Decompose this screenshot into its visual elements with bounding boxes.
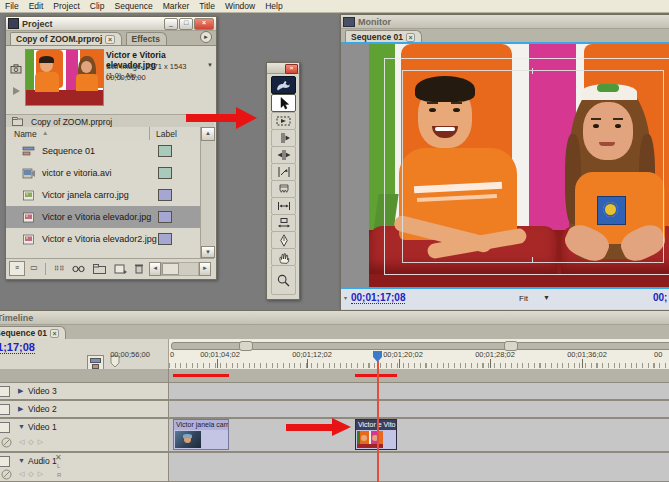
info-dropdown-icon[interactable]: ▼ <box>207 62 213 68</box>
menu-sequence[interactable]: Sequence <box>109 1 157 11</box>
project-title-bar[interactable]: Project _ □ × <box>6 17 216 31</box>
playhead-line[interactable] <box>377 361 379 482</box>
timeline-title-bar[interactable]: Timeline <box>0 311 669 325</box>
automate-to-sequence-button[interactable]: ⠿⠿ <box>54 265 64 273</box>
timeline-timecode[interactable]: 00;01;17;08 <box>0 341 35 354</box>
track-mute-toggle[interactable] <box>0 456 10 467</box>
track-content-audio1[interactable] <box>169 452 669 482</box>
menu-marker[interactable]: Marker <box>158 1 194 11</box>
project-hscrollbar[interactable] <box>161 262 199 276</box>
list-item[interactable]: Victor e Vitoria elevador2.jpg <box>6 228 200 250</box>
menu-help[interactable]: Help <box>260 1 287 11</box>
tab-effects[interactable]: Effects <box>126 32 167 45</box>
column-divider[interactable] <box>149 127 150 140</box>
tab-close-icon[interactable]: × <box>50 329 59 338</box>
timecode-dropdown-icon[interactable]: ▾ <box>344 294 347 301</box>
track-header-video3[interactable]: ▶ Video 3 <box>0 382 168 400</box>
expand-collapse-icon[interactable]: ▶ <box>18 405 23 413</box>
label-swatch[interactable] <box>158 211 172 223</box>
slide-tool[interactable] <box>271 214 296 232</box>
razor-tool[interactable] <box>271 180 296 198</box>
new-item-button[interactable] <box>114 264 127 274</box>
list-item[interactable]: Sequence 01 <box>6 140 200 162</box>
menu-edit[interactable]: Edit <box>24 1 49 11</box>
minimize-button[interactable]: _ <box>164 18 178 30</box>
label-swatch[interactable] <box>158 189 172 201</box>
tab-effects-label: Effects <box>132 34 160 44</box>
menu-window[interactable]: Window <box>220 1 260 11</box>
monitor-title-bar[interactable]: Monitor <box>341 15 669 29</box>
scroll-down-icon[interactable]: ▼ <box>201 246 215 258</box>
audio-collapse-icon[interactable]: ✕ <box>55 453 62 462</box>
label-swatch[interactable] <box>158 233 172 245</box>
monitor-zoom-level[interactable]: Fit <box>519 294 528 303</box>
expand-collapse-icon[interactable]: ▼ <box>18 457 25 464</box>
timeline-clip[interactable]: Victor janela carr <box>173 419 229 450</box>
project-vscrollbar[interactable]: ▲ ▼ <box>200 127 215 258</box>
tools-title-bar[interactable]: × <box>267 63 299 74</box>
display-style-icon[interactable] <box>1 469 12 480</box>
menu-project[interactable]: Project <box>48 1 84 11</box>
list-item[interactable]: victor e vitoria.avi <box>6 162 200 184</box>
selection-tool[interactable] <box>271 94 296 112</box>
display-style-icon[interactable] <box>1 437 12 448</box>
track-select-tool[interactable] <box>271 112 296 130</box>
expand-collapse-icon[interactable]: ▼ <box>18 423 25 430</box>
menu-clip[interactable]: Clip <box>85 1 110 11</box>
tools-close-icon[interactable]: × <box>285 64 298 74</box>
track-content-video2[interactable] <box>169 400 669 418</box>
track-header-video1[interactable]: ▼ Video 1 ◁ ◇ ▷ <box>0 418 168 452</box>
tab-close-icon[interactable]: × <box>406 33 415 42</box>
menu-title[interactable]: Title <box>194 1 220 11</box>
zoom-tool[interactable] <box>271 265 296 295</box>
menu-file[interactable]: File <box>0 1 24 11</box>
tab-close-icon[interactable]: × <box>105 35 114 44</box>
track-header-audio1[interactable]: ▼ Audio 1 ✕ L R ◁ ◇ ▷ <box>0 452 168 482</box>
sort-ascending-icon[interactable]: ▲ <box>42 129 48 136</box>
slip-tool[interactable] <box>271 197 296 215</box>
hscroll-left-icon[interactable]: ◄ <box>149 262 161 276</box>
track-content-video3[interactable] <box>169 382 669 400</box>
expand-collapse-icon[interactable]: ▶ <box>18 387 23 395</box>
rolling-edit-tool[interactable] <box>271 146 296 164</box>
keyframe-nav-icons[interactable]: ◁ ◇ ▷ <box>19 438 44 446</box>
list-view-button[interactable]: ≡ <box>9 261 25 276</box>
timeline-ruler[interactable]: 00;00;56;00 00;01;04;02 00;01;12;02 00;0… <box>168 339 669 369</box>
icon-view-button[interactable]: ▭ <box>27 262 41 275</box>
timeline-panel: Timeline Sequence 01 × 00;01;17;08 <box>0 310 669 482</box>
scroll-up-icon[interactable]: ▲ <box>201 127 215 141</box>
timeline-clip-selected[interactable]: Victor e Vito <box>355 419 397 450</box>
list-item[interactable]: Victor janela carro.jpg <box>6 184 200 206</box>
track-output-toggle[interactable] <box>0 386 10 397</box>
ripple-edit-tool[interactable] <box>271 129 296 147</box>
list-item-selected[interactable]: Victor e Vitoria elevador.jpg <box>6 206 200 228</box>
maximize-button[interactable]: □ <box>179 18 193 30</box>
label-swatch[interactable] <box>158 167 172 179</box>
tab-timeline-sequence[interactable]: Sequence 01 × <box>0 326 66 339</box>
hscroll-right-icon[interactable]: ► <box>199 262 211 276</box>
track-output-toggle[interactable] <box>0 422 10 433</box>
column-label[interactable]: Label <box>156 129 177 139</box>
find-button[interactable] <box>72 264 85 274</box>
rate-stretch-tool[interactable] <box>271 163 296 181</box>
pen-tool[interactable] <box>271 231 296 249</box>
track-content-video1[interactable]: Victor janela carr Victor e Vito <box>169 418 669 452</box>
track-output-toggle[interactable] <box>0 404 10 415</box>
label-swatch[interactable] <box>158 145 172 157</box>
new-bin-button[interactable] <box>93 264 106 274</box>
tab-project-file[interactable]: Copy of ZOOM.prproj × <box>10 32 122 45</box>
zoom-dropdown-icon[interactable]: ▼ <box>543 294 550 301</box>
panel-menu-button[interactable]: ► <box>200 31 212 43</box>
keyframe-nav-icons[interactable]: ◁ ◇ ▷ <box>19 470 44 478</box>
track-header-video2[interactable]: ▶ Video 2 <box>0 400 168 418</box>
play-preview-icon[interactable] <box>11 86 21 96</box>
monitor-current-timecode[interactable]: 00;01;17;08 <box>351 292 405 304</box>
preview-thumbnail[interactable] <box>25 49 104 106</box>
poster-frame-icon[interactable] <box>10 64 22 74</box>
close-button[interactable]: × <box>194 18 214 30</box>
column-name[interactable]: Name <box>14 129 37 139</box>
hand-tool[interactable] <box>271 248 296 266</box>
monitor-title: Monitor <box>358 17 391 27</box>
monitor-duration-timecode: 00; <box>653 292 667 303</box>
delete-button[interactable] <box>134 263 144 274</box>
